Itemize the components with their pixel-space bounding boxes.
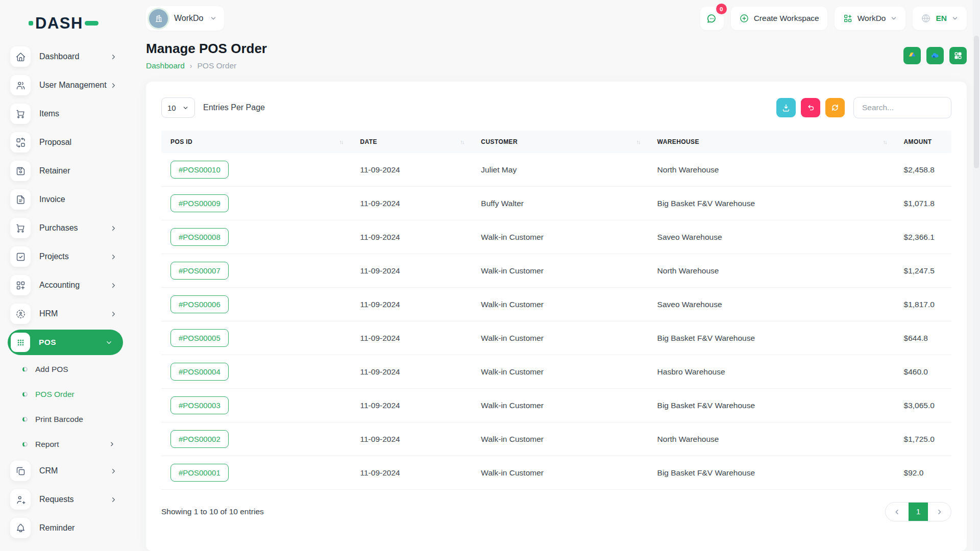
column-header-warehouse[interactable]: WAREHOUSE↑↓: [648, 138, 895, 145]
bullet-icon: [22, 417, 28, 422]
column-label: POS ID: [170, 138, 192, 145]
sidebar-item-invoice[interactable]: Invoice: [0, 185, 131, 214]
cell-amount: $1,725.0: [895, 435, 951, 444]
pos-id-badge[interactable]: #POS00008: [170, 228, 229, 246]
proposal-icon: [10, 132, 31, 153]
cell-date: 11-09-2024: [351, 165, 472, 174]
pagination-page-1[interactable]: 1: [909, 502, 928, 521]
column-header-date[interactable]: DATE↑↓: [351, 138, 472, 145]
pos-id-badge[interactable]: #POS00001: [170, 464, 229, 482]
onedrive-icon: [930, 51, 940, 61]
workspace-dropdown-label: WorkDo: [857, 14, 886, 23]
sidebar-subitem-pos-order[interactable]: POS Order: [0, 382, 131, 407]
cell-date: 11-09-2024: [351, 435, 472, 444]
pos-id-badge[interactable]: #POS00003: [170, 396, 229, 414]
pos-id-badge[interactable]: #POS00009: [170, 194, 229, 212]
cell-warehouse: Saveo Warehouse: [648, 233, 895, 242]
cell-date: 11-09-2024: [351, 367, 472, 377]
messages-button[interactable]: 0: [700, 7, 724, 30]
tool-buttons: [776, 98, 845, 117]
sidebar-item-proposal[interactable]: Proposal: [0, 128, 131, 157]
apps-grid-button[interactable]: [949, 47, 967, 64]
export-button[interactable]: [776, 98, 796, 117]
undo-button[interactable]: [801, 98, 820, 117]
create-workspace-button[interactable]: Create Workspace: [731, 7, 827, 30]
refresh-button[interactable]: [825, 98, 845, 117]
sidebar-item-accounting[interactable]: Accounting: [0, 271, 131, 299]
cell-warehouse: Big Basket F&V Warehouse: [648, 401, 895, 410]
sort-icon[interactable]: ↑↓: [460, 139, 463, 145]
sidebar-item-projects[interactable]: Projects: [0, 242, 131, 271]
workspace-dropdown[interactable]: WorkDo: [835, 7, 906, 30]
breadcrumb: Dashboard › POS Order: [146, 61, 267, 70]
page-header: Manage POS Order Dashboard › POS Order: [146, 41, 967, 70]
sidebar-subitem-add-pos[interactable]: Add POS: [0, 357, 131, 382]
sidebar-item-reminder[interactable]: Reminder: [0, 514, 131, 542]
pos-id-badge[interactable]: #POS00002: [170, 430, 229, 448]
column-label: DATE: [360, 138, 377, 145]
cell-amount: $3,065.0: [895, 401, 951, 410]
cell-pos-id: #POS00001: [161, 464, 351, 482]
entries-per-page-select[interactable]: 10: [161, 97, 195, 118]
pagination-prev-button[interactable]: [886, 502, 909, 521]
cell-customer: Walk-in Customer: [472, 334, 648, 343]
column-label: AMOUNT: [904, 138, 932, 145]
sidebar-item-purchases[interactable]: Purchases: [0, 214, 131, 242]
sidebar-item-hrm[interactable]: HRM: [0, 299, 131, 328]
sidebar-item-requests[interactable]: Requests: [0, 485, 131, 514]
column-label: WAREHOUSE: [657, 138, 699, 145]
search-input[interactable]: [853, 97, 951, 118]
cell-amount: $1,247.5: [895, 266, 951, 276]
scrollbar-thumb[interactable]: [974, 36, 979, 168]
column-label: CUSTOMER: [481, 138, 518, 145]
scrollbar[interactable]: [973, 0, 980, 551]
topbar: WorkDo 0 Create Workspace: [146, 0, 967, 37]
sidebar-item-crm[interactable]: CRM: [0, 457, 131, 485]
chat-bubble-icon: [706, 13, 718, 24]
pagination-next-button[interactable]: [928, 502, 951, 521]
sidebar-item-label: User Management: [39, 81, 107, 90]
pos-id-badge[interactable]: #POS00004: [170, 363, 229, 381]
pos-id-badge[interactable]: #POS00010: [170, 161, 229, 179]
sidebar-item-pos[interactable]: POS: [8, 330, 123, 355]
table-actions: [776, 97, 951, 118]
language-dropdown[interactable]: EN: [913, 7, 967, 30]
chevron-right-icon: [110, 467, 117, 475]
chevron-right-icon: [110, 82, 117, 89]
pos-id-badge[interactable]: #POS00006: [170, 295, 229, 313]
table-controls: 10 Entries Per Page: [161, 97, 951, 118]
main-area: WorkDo 0 Create Workspace: [131, 0, 980, 551]
sidebar-item-dashboard[interactable]: Dashboard: [0, 42, 131, 71]
cell-date: 11-09-2024: [351, 266, 472, 276]
column-header-pos-id[interactable]: POS ID↑↓: [161, 138, 351, 145]
cell-customer: Buffy Walter: [472, 199, 648, 208]
sort-icon[interactable]: ↑↓: [883, 139, 887, 145]
workspace-selector[interactable]: WorkDo: [146, 6, 224, 31]
sort-icon[interactable]: ↑↓: [339, 139, 343, 145]
cell-warehouse: Big Basket F&V Warehouse: [648, 334, 895, 343]
onedrive-button[interactable]: [926, 47, 944, 64]
hrm-icon: [10, 304, 31, 324]
sidebar-item-label: Proposal: [39, 138, 71, 147]
topbar-actions: 0 Create Workspace WorkDo EN: [700, 7, 967, 30]
cell-customer: Walk-in Customer: [472, 367, 648, 377]
sidebar-subitem-report[interactable]: Report: [0, 432, 131, 457]
sidebar-subitem-print-barcode[interactable]: Print Barcode: [0, 407, 131, 432]
breadcrumb-dashboard-link[interactable]: Dashboard: [146, 61, 185, 70]
pos-id-badge[interactable]: #POS00007: [170, 262, 229, 280]
column-header-amount: AMOUNT: [895, 138, 951, 145]
cell-amount: $1,817.0: [895, 300, 951, 309]
sidebar-item-items[interactable]: Items: [0, 99, 131, 128]
cell-amount: $644.8: [895, 334, 951, 343]
pos-id-badge[interactable]: #POS00005: [170, 329, 229, 347]
download-icon: [781, 103, 791, 113]
bullet-icon: [22, 392, 28, 397]
column-header-customer[interactable]: CUSTOMER↑↓: [472, 138, 648, 145]
logo-dash-icon: [85, 21, 99, 26]
sidebar-item-retainer[interactable]: Retainer: [0, 157, 131, 185]
sidebar-item-user-management[interactable]: User Management: [0, 71, 131, 99]
sort-icon[interactable]: ↑↓: [636, 139, 640, 145]
cell-pos-id: #POS00005: [161, 329, 351, 347]
building-icon: [149, 9, 168, 28]
google-drive-button[interactable]: [903, 47, 921, 64]
